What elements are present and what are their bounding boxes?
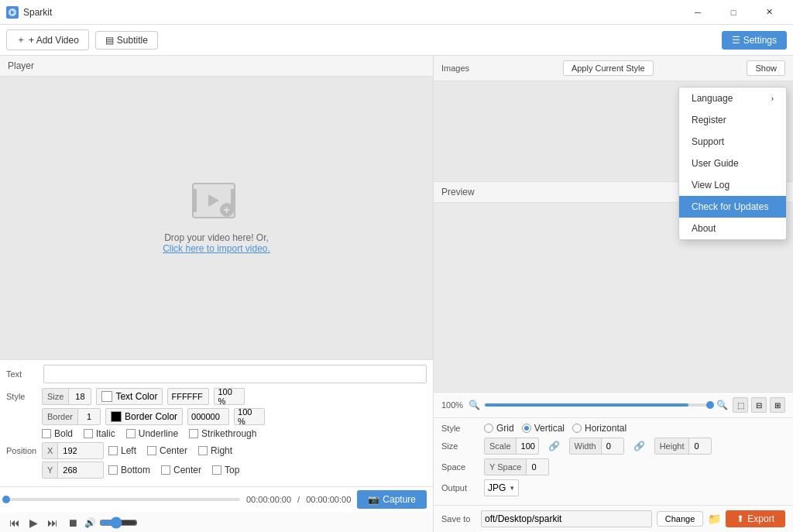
right-checkbox[interactable]: Right [198,445,232,456]
horizontal-radio[interactable]: Horizontal [572,423,627,434]
zoom-icon-1[interactable]: ⬚ [733,397,748,413]
zoom-icon-3[interactable]: ⊞ [770,397,785,413]
play-button[interactable]: ▶ [26,515,41,530]
stop-button[interactable]: ⏹ [64,515,81,530]
add-icon: ＋ [16,33,26,46]
import-link[interactable]: Click here to import video. [163,243,270,254]
left-checkbox[interactable]: Left [108,445,136,456]
text-color-button[interactable]: Text Color [96,388,163,405]
center-h-label: Center [160,445,187,456]
height-field: Height 0 [654,438,712,455]
config-style-label: Style [441,424,476,433]
grid-radio[interactable]: Grid [484,423,514,434]
bottom-checkbox[interactable]: Bottom [108,465,150,475]
menu-item-view-log[interactable]: View Log [679,174,786,196]
titlebar-controls: ─ □ ✕ [680,0,787,25]
config-size-label: Size [441,441,476,451]
config-section: Style Grid Vertical Horizontal Size [434,417,793,505]
left-panel: Player + Drop your video here! Or, Click… [0,56,434,532]
maximize-button[interactable]: □ [716,0,751,25]
border-color-hex: 000000 [187,408,229,425]
skip-back-button[interactable]: ⏮ [6,515,23,530]
skip-fwd-button[interactable]: ⏭ [44,515,61,530]
border-label: Border [43,409,78,424]
volume-icon: 🔊 [84,517,96,528]
export-button[interactable]: ⬆ Export [726,510,785,527]
center-h-checkbox[interactable]: Center [147,445,187,456]
height-label: Height [655,438,690,454]
checkbox-row: Bold Italic Underline Strikethrough [6,428,427,439]
progress-bar[interactable] [6,498,240,501]
settings-button[interactable]: ☰ Settings [722,31,787,50]
volume-slider[interactable] [99,517,138,529]
size-label: Size [43,389,69,404]
apply-style-button[interactable]: Apply Current Style [563,60,654,76]
left-label: Left [121,445,136,456]
show-button[interactable]: Show [747,60,785,76]
drop-text: Drop your video here! Or, [164,232,269,243]
pos-row-2: Y 268 Bottom Center [6,462,427,479]
width-value: 0 [602,441,623,451]
progress-thumb [2,496,10,503]
zoom-icon-2[interactable]: ⊟ [751,397,767,413]
text-color-pct: 100 % [214,388,245,405]
zoom-slider[interactable] [485,403,711,407]
scale-link-icon[interactable]: 🔗 [547,441,561,451]
folder-button[interactable]: 📁 [708,513,721,525]
yspace-value: 0 [527,462,548,472]
right-label: Right [211,445,232,456]
zoom-minus-icon[interactable]: 🔍 [468,399,480,411]
main-layout: Player + Drop your video here! Or, Click… [0,56,793,532]
center-v-checkbox[interactable]: Center [161,465,201,475]
text-row: Text [6,365,427,383]
width-link-icon[interactable]: 🔗 [632,441,647,451]
x-value: 192 [58,446,81,455]
add-video-button[interactable]: ＋ + Add Video [6,29,89,50]
images-label: Images [441,63,469,73]
config-space-label: Space [441,462,476,472]
output-format-select[interactable]: JPG ▼ [484,479,519,496]
config-space-row: Space Y Space 0 [441,458,785,475]
menu-item-user-guide[interactable]: User Guide [679,153,786,174]
y-label: Y [43,462,58,478]
menu-item-support[interactable]: Support [679,131,786,153]
capture-button[interactable]: 📷 Capture [357,490,427,509]
text-input[interactable] [43,365,427,383]
subtitle-label: Subtitle [117,35,148,46]
bold-label: Bold [54,428,73,439]
settings-icon: ☰ [732,35,740,46]
change-button[interactable]: Change [657,511,704,527]
style-row-1: Style Size 18 Text Color FFFFFF 100 % [6,388,427,405]
app-title: Sparkit [23,7,52,18]
position-label: Position [6,446,37,455]
menu-item-about[interactable]: About [679,218,786,239]
subtitle-button[interactable]: ▤ Subtitle [95,31,158,50]
titlebar: Sparkit ─ □ ✕ [0,0,793,25]
menu-item-register[interactable]: Register [679,109,786,131]
italic-checkbox[interactable]: Italic [84,428,115,439]
vertical-radio[interactable]: Vertical [522,423,565,434]
bold-checkbox[interactable]: Bold [42,428,73,439]
minimize-button[interactable]: ─ [680,0,716,25]
y-box: Y 268 [42,462,104,479]
menu-item-language[interactable]: Language› [679,88,786,109]
yspace-label: Y Space [485,459,527,475]
toolbar: ＋ + Add Video ▤ Subtitle ☰ Settings [0,25,793,56]
strikethrough-checkbox[interactable]: Strikethrough [189,428,256,439]
top-checkbox[interactable]: Top [212,465,239,475]
size-box: Size 18 [42,388,91,405]
border-color-swatch [111,411,122,422]
menu-item-check-for-updates[interactable]: Check for Updates [679,196,786,218]
zoom-thumb [706,401,714,409]
time-total: 00:00:00:00 [306,495,351,504]
border-color-button[interactable]: Border Color [105,408,183,425]
time-sep: / [297,495,300,504]
text-color-swatch [101,391,112,402]
border-box: Border 1 [42,408,101,425]
underline-checkbox[interactable]: Underline [126,428,178,439]
close-button[interactable]: ✕ [751,0,787,25]
width-field: Width 0 [569,438,624,455]
config-size-row: Size Scale 100 🔗 Width 0 🔗 Height 0 [441,438,785,455]
player-area[interactable]: + Drop your video here! Or, Click here t… [0,77,433,359]
zoom-plus-icon[interactable]: 🔍 [716,399,728,411]
